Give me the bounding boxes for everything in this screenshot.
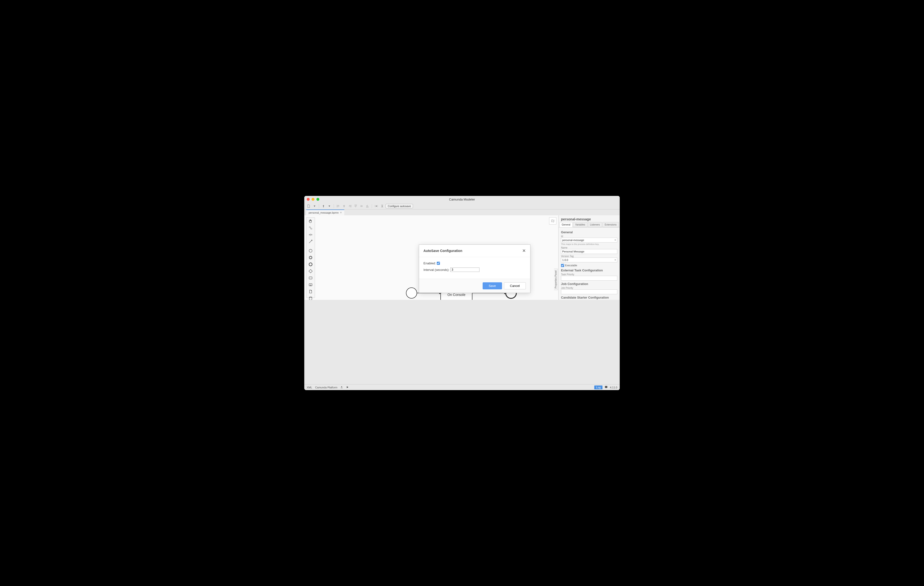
close-tab-icon[interactable]: × [340,211,342,214]
deploy-icon[interactable] [321,204,326,209]
main-area: Retrieve Personal Message Print Message … [304,215,620,300]
hand-tool-icon[interactable] [308,219,314,223]
start-event-icon[interactable] [308,248,314,253]
space-tool-icon[interactable] [308,233,314,237]
section-candidate: Candidate Starter Configuration [561,296,617,299]
properties-tabs: General Variables Listeners Extensions [559,222,620,227]
dialog-header: AutoSave Configuration ✕ [419,245,530,257]
xml-toggle[interactable]: XML [307,386,312,389]
gateway-icon[interactable] [308,269,314,273]
dropdown-caret-icon[interactable]: ▾ [312,204,317,209]
dialog-footer: Save Cancel [419,279,530,293]
svg-rect-6 [310,285,311,286]
data-object-icon[interactable] [308,290,314,294]
svg-rect-4 [309,277,312,279]
svg-point-0 [309,249,312,252]
titlebar: Camunda Modeler [304,196,620,203]
version-label: 4.11.0 [610,386,617,389]
dropdown-caret-icon[interactable]: ▾ [327,204,332,209]
statusbar: XML Camunda Platform Log 4.11.0 [304,384,620,390]
platform-label[interactable]: Camunda Platform [315,386,338,389]
properties-body: General Id × This maps to the process de… [559,227,620,300]
toolbar-separator [333,204,334,208]
bottom-spacer [304,300,620,384]
svg-point-2 [310,257,312,259]
job-priority-input[interactable] [561,290,617,294]
minimap-toggle[interactable] [549,217,556,225]
align-top-icon[interactable] [353,204,358,209]
toolbar-separator [319,204,319,208]
enabled-row: Enabled: [423,262,526,265]
svg-rect-5 [309,284,312,286]
svg-point-7 [309,297,312,298]
data-store-icon[interactable] [308,296,314,300]
save-button[interactable]: Save [483,282,502,290]
executable-label: Executable [565,264,577,267]
notification-icon[interactable] [604,386,608,389]
end-event-icon[interactable] [308,262,314,267]
enabled-label: Enabled: [423,262,436,265]
autosave-dialog: AutoSave Configuration ✕ Enabled: Interv… [419,245,530,293]
properties-panel: personal-message General Variables Liste… [558,215,620,300]
main-toolbar: ▾ ▾ Configure autosave [304,203,620,210]
section-job: Job Configuration [561,282,617,286]
svg-point-3 [309,263,312,266]
align-middle-icon[interactable] [359,204,364,209]
run-icon[interactable] [346,386,349,389]
configure-autosave-button[interactable]: Configure autosave [386,204,413,208]
new-file-icon[interactable] [306,204,311,209]
lasso-tool-icon[interactable] [308,226,314,230]
file-tab-label: personal_message.bpmn [309,211,339,214]
svg-rect-14 [605,386,607,388]
diagram-canvas[interactable]: Retrieve Personal Message Print Message … [317,215,558,300]
tab-general[interactable]: General [559,222,573,227]
section-external: External Task Configuration [561,268,617,272]
name-input[interactable] [561,249,617,254]
subprocess-icon[interactable] [308,283,314,287]
tab-extensions[interactable]: Extensions [602,222,619,227]
close-window-button[interactable] [307,198,310,201]
clear-version-icon[interactable]: × [614,258,616,262]
global-connect-tool-icon[interactable] [308,239,314,244]
intermediate-event-icon[interactable] [308,255,314,260]
tab-listeners[interactable]: Listeners [588,222,602,227]
id-label: Id [561,235,617,238]
clear-id-icon[interactable]: × [614,238,616,242]
interval-input[interactable] [450,268,480,272]
distribute-v-icon[interactable] [380,204,384,209]
minimize-window-button[interactable] [312,198,315,201]
version-input[interactable] [561,258,617,262]
cancel-button[interactable]: Cancel [504,282,526,290]
enabled-checkbox[interactable] [437,262,440,265]
executable-checkbox[interactable] [561,264,564,267]
task-priority-input[interactable] [561,276,617,281]
section-general: General [561,230,617,234]
id-input[interactable] [561,238,617,243]
id-hint: This maps to the process definition key. [561,243,617,245]
interval-row: Interval (seconds): [423,268,526,272]
properties-panel-handle[interactable]: Properties Panel [554,269,558,290]
align-left-icon[interactable] [336,204,341,209]
task-icon[interactable] [308,276,314,280]
deploy-icon[interactable] [340,386,343,389]
tab-variables[interactable]: Variables [573,222,587,227]
align-right-icon[interactable] [348,204,352,209]
dialog-close-icon[interactable]: ✕ [522,248,526,253]
version-label: Version Tag [561,255,617,258]
name-label: Name [561,247,617,249]
job-priority-label: Job Priority [561,287,617,290]
maximize-window-button[interactable] [317,198,319,201]
traffic-lights [307,198,319,201]
log-button[interactable]: Log [594,386,602,389]
distribute-h-icon[interactable] [374,204,379,209]
executable-row: Executable [561,264,617,267]
align-bottom-icon[interactable] [365,204,370,209]
file-tab[interactable]: personal_message.bpmn × [306,210,344,215]
dialog-title: AutoSave Configuration [423,249,462,253]
properties-title: personal-message [559,215,620,222]
start-event[interactable] [406,288,417,298]
app-window: Camunda Modeler ▾ ▾ Configure autosave p… [304,196,620,390]
align-center-icon[interactable] [342,204,346,209]
window-title: Camunda Modeler [449,198,475,201]
interval-label: Interval (seconds): [423,268,449,271]
